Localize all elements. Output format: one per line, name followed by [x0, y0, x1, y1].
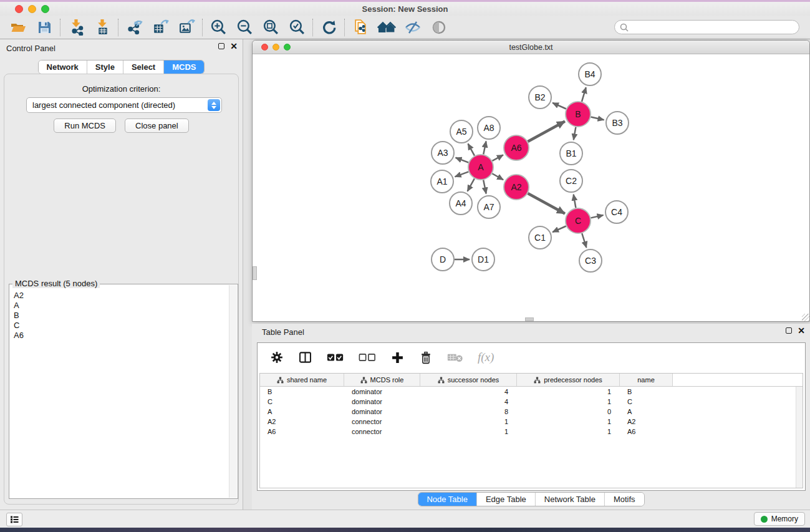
table-cell[interactable]: connector [344, 428, 420, 435]
function-builder-button[interactable]: f(x) [478, 351, 494, 364]
tab-style[interactable]: Style [87, 60, 123, 74]
table-settings-button[interactable] [270, 351, 284, 364]
table-cell[interactable]: 1 [420, 428, 517, 435]
graph-node-A4[interactable]: A4 [450, 192, 472, 215]
table-row[interactable]: Cdominator41C [260, 397, 803, 407]
result-scrollbar[interactable] [229, 285, 237, 498]
tab-edge-table[interactable]: Edge Table [477, 493, 536, 506]
graph-edge-A6-B[interactable] [528, 121, 564, 141]
graph-node-A[interactable]: A [468, 155, 493, 180]
table-cell[interactable]: 0 [517, 408, 620, 415]
zoom-out-button[interactable] [231, 17, 258, 37]
graph-edge-A-A4[interactable] [468, 178, 475, 191]
graph-node-B2[interactable]: B2 [529, 86, 551, 109]
graph-node-B3[interactable]: B3 [606, 112, 629, 134]
table-cell[interactable]: 4 [420, 398, 517, 405]
graph-edge-B-B3[interactable] [591, 117, 604, 120]
titlebar[interactable]: Session: New Session [0, 2, 810, 16]
mcds-result-item[interactable]: A6 [14, 331, 238, 341]
graph-edge-A-A8[interactable] [483, 142, 486, 155]
table-cell[interactable]: C [260, 398, 344, 405]
graph-node-D1[interactable]: D1 [472, 248, 494, 271]
horizontal-scrollbar-stub[interactable] [525, 317, 534, 321]
tab-mcds[interactable]: MCDS [164, 60, 204, 74]
graph-node-B[interactable]: B [566, 102, 591, 127]
table-cell[interactable]: A6 [620, 428, 673, 435]
graph-edge-B-B1[interactable] [574, 127, 576, 140]
graph-node-B4[interactable]: B4 [579, 63, 601, 85]
add-row-button[interactable] [390, 351, 405, 365]
graph-node-C2[interactable]: C2 [560, 170, 582, 192]
table-scrollbar[interactable] [796, 387, 803, 488]
graph-edge-C-C4[interactable] [591, 215, 603, 218]
graph-edge-A-A2[interactable] [492, 173, 503, 180]
network-graph[interactable]: B4B2BB3A5A8A6B1A3AC2A1A2A4A7C4CC1C3DD1 [253, 54, 809, 321]
graph-node-A3[interactable]: A3 [432, 142, 454, 164]
graph-edge-B-B4[interactable] [582, 87, 586, 102]
graph-node-A1[interactable]: A1 [431, 170, 453, 193]
table-cell[interactable]: 1 [517, 388, 620, 395]
table-cell[interactable]: 4 [420, 388, 517, 395]
network-window-titlebar[interactable]: testGlobe.txt [253, 41, 809, 54]
graph-edge-C-C1[interactable] [552, 226, 566, 232]
network-canvas[interactable]: B4B2BB3A5A8A6B1A3AC2A1A2A4A7C4CC1C3DD1 [253, 54, 809, 321]
table-cell[interactable]: dominator [344, 388, 420, 395]
table-cell[interactable]: 1 [517, 428, 620, 435]
save-session-button[interactable] [31, 17, 57, 37]
table-cell[interactable]: 1 [517, 418, 620, 425]
column-header-shared-name[interactable]: shared name [260, 374, 344, 386]
tab-network-table[interactable]: Network Table [536, 493, 605, 506]
search-input[interactable] [629, 22, 799, 33]
graph-edge-A-A6[interactable] [492, 155, 503, 161]
table-cell[interactable]: B [260, 388, 344, 395]
show-column-button[interactable] [298, 351, 312, 364]
graph-node-A5[interactable]: A5 [450, 120, 473, 143]
tab-motifs[interactable]: Motifs [605, 493, 644, 506]
table-cell[interactable]: 1 [517, 398, 620, 405]
graph-node-B1[interactable]: B1 [560, 142, 582, 165]
close-panel-button[interactable]: Close panel [125, 118, 189, 133]
table-cell[interactable]: 1 [420, 418, 517, 425]
table-row[interactable]: Bdominator41B [260, 387, 803, 397]
table-cell[interactable]: 8 [420, 408, 517, 415]
graph-edge-A-A1[interactable] [455, 172, 469, 177]
table-cell[interactable]: C [620, 398, 673, 405]
vertical-scrollbar-stub[interactable] [253, 266, 257, 280]
graph-edge-A2-C[interactable] [528, 193, 564, 213]
tab-network[interactable]: Network [39, 60, 87, 74]
task-history-button[interactable] [6, 513, 22, 526]
graph-node-C1[interactable]: C1 [529, 226, 551, 249]
refresh-view-button[interactable] [316, 17, 342, 37]
hide-graphics-details-button[interactable] [400, 17, 426, 37]
graph-node-C[interactable]: C [566, 208, 591, 233]
delete-row-button[interactable] [419, 351, 433, 365]
mcds-result-item[interactable]: C [14, 321, 238, 331]
tab-select[interactable]: Select [123, 60, 164, 74]
mcds-result-item[interactable]: A [14, 301, 238, 311]
table-row[interactable]: A2connector11A2 [260, 417, 803, 427]
float-table-panel-icon[interactable] [786, 327, 792, 334]
select-all-button[interactable] [327, 352, 344, 362]
graph-node-A7[interactable]: A7 [478, 196, 500, 218]
show-graphics-details-button[interactable] [426, 17, 452, 37]
zoom-fit-button[interactable] [258, 17, 284, 37]
column-header-successor-nodes[interactable]: successor nodes [420, 374, 517, 386]
close-table-panel-icon[interactable]: ✕ [798, 327, 805, 334]
table-cell[interactable]: dominator [344, 398, 420, 405]
graph-node-A2[interactable]: A2 [504, 175, 529, 200]
graph-edge-A-A5[interactable] [468, 143, 475, 155]
close-panel-icon[interactable]: ✕ [230, 43, 238, 49]
column-header-mcds-role[interactable]: MCDS role [344, 374, 420, 386]
table-row[interactable]: Adominator80A [260, 407, 803, 417]
run-mcds-button[interactable]: Run MCDS [54, 118, 116, 133]
table-cell[interactable]: A [260, 408, 344, 415]
criterion-dropdown[interactable]: largest connected component (directed) [26, 97, 222, 113]
graph-edge-A-A7[interactable] [483, 180, 486, 194]
mcds-result-item[interactable]: A2 [14, 291, 238, 301]
clone-network-button[interactable] [347, 17, 374, 37]
graph-node-D[interactable]: D [432, 248, 454, 271]
graph-node-A6[interactable]: A6 [504, 135, 529, 160]
open-session-button[interactable] [5, 17, 31, 37]
table-cell[interactable]: A [620, 408, 673, 415]
deselect-all-button[interactable] [359, 352, 376, 362]
